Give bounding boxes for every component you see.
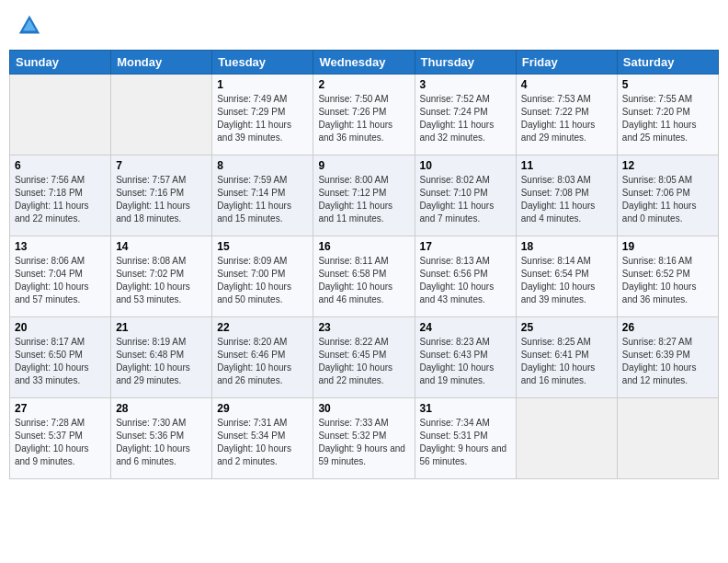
- day-info: Sunrise: 8:06 AM Sunset: 7:04 PM Dayligh…: [15, 255, 106, 306]
- day-number: 17: [420, 240, 511, 253]
- calendar-cell: 26Sunrise: 8:27 AM Sunset: 6:39 PM Dayli…: [617, 317, 718, 398]
- calendar-cell: 20Sunrise: 8:17 AM Sunset: 6:50 PM Dayli…: [10, 317, 111, 398]
- weekday-header-tuesday: Tuesday: [212, 51, 313, 75]
- day-info: Sunrise: 7:57 AM Sunset: 7:16 PM Dayligh…: [116, 174, 207, 225]
- calendar-cell: 25Sunrise: 8:25 AM Sunset: 6:41 PM Dayli…: [516, 317, 617, 398]
- calendar-cell: 7Sunrise: 7:57 AM Sunset: 7:16 PM Daylig…: [111, 155, 212, 236]
- day-number: 20: [15, 321, 106, 334]
- calendar-week-row: 20Sunrise: 8:17 AM Sunset: 6:50 PM Dayli…: [10, 317, 719, 398]
- calendar-week-row: 6Sunrise: 7:56 AM Sunset: 7:18 PM Daylig…: [10, 155, 719, 236]
- calendar-cell: 19Sunrise: 8:16 AM Sunset: 6:52 PM Dayli…: [617, 236, 718, 317]
- day-number: 7: [116, 159, 207, 172]
- day-number: 28: [116, 402, 207, 415]
- day-info: Sunrise: 8:27 AM Sunset: 6:39 PM Dayligh…: [622, 336, 713, 387]
- weekday-header-thursday: Thursday: [415, 51, 516, 75]
- calendar-cell: 1Sunrise: 7:49 AM Sunset: 7:29 PM Daylig…: [212, 75, 313, 155]
- calendar-week-row: 13Sunrise: 8:06 AM Sunset: 7:04 PM Dayli…: [10, 236, 719, 317]
- day-number: 22: [217, 321, 308, 334]
- weekday-header-row: SundayMondayTuesdayWednesdayThursdayFrid…: [10, 51, 719, 75]
- day-number: 5: [622, 78, 713, 91]
- calendar-cell: 11Sunrise: 8:03 AM Sunset: 7:08 PM Dayli…: [516, 155, 617, 236]
- calendar-cell: 22Sunrise: 8:20 AM Sunset: 6:46 PM Dayli…: [212, 317, 313, 398]
- day-number: 19: [622, 240, 713, 253]
- day-number: 25: [521, 321, 612, 334]
- day-info: Sunrise: 7:56 AM Sunset: 7:18 PM Dayligh…: [15, 174, 106, 225]
- day-info: Sunrise: 8:03 AM Sunset: 7:08 PM Dayligh…: [521, 174, 612, 225]
- calendar-cell: 10Sunrise: 8:02 AM Sunset: 7:10 PM Dayli…: [415, 155, 516, 236]
- day-number: 21: [116, 321, 207, 334]
- day-info: Sunrise: 8:17 AM Sunset: 6:50 PM Dayligh…: [15, 336, 106, 387]
- day-number: 18: [521, 240, 612, 253]
- day-number: 16: [318, 240, 409, 253]
- calendar-cell: 15Sunrise: 8:09 AM Sunset: 7:00 PM Dayli…: [212, 236, 313, 317]
- day-number: 15: [217, 240, 308, 253]
- calendar-week-row: 27Sunrise: 7:28 AM Sunset: 5:37 PM Dayli…: [10, 398, 719, 479]
- day-number: 24: [420, 321, 511, 334]
- calendar-cell: 4Sunrise: 7:53 AM Sunset: 7:22 PM Daylig…: [516, 75, 617, 155]
- day-info: Sunrise: 8:08 AM Sunset: 7:02 PM Dayligh…: [116, 255, 207, 306]
- calendar-cell: 16Sunrise: 8:11 AM Sunset: 6:58 PM Dayli…: [313, 236, 415, 317]
- day-number: 12: [622, 159, 713, 172]
- weekday-header-wednesday: Wednesday: [313, 51, 415, 75]
- day-info: Sunrise: 8:16 AM Sunset: 6:52 PM Dayligh…: [622, 255, 713, 306]
- day-number: 1: [217, 78, 308, 91]
- day-number: 2: [318, 78, 409, 91]
- day-info: Sunrise: 8:13 AM Sunset: 6:56 PM Dayligh…: [420, 255, 511, 306]
- calendar-cell: [617, 398, 718, 479]
- calendar-cell: 30Sunrise: 7:33 AM Sunset: 5:32 PM Dayli…: [313, 398, 415, 479]
- day-number: 4: [521, 78, 612, 91]
- day-info: Sunrise: 8:02 AM Sunset: 7:10 PM Dayligh…: [420, 174, 511, 225]
- day-info: Sunrise: 7:53 AM Sunset: 7:22 PM Dayligh…: [521, 93, 612, 144]
- calendar-cell: [516, 398, 617, 479]
- day-info: Sunrise: 8:00 AM Sunset: 7:12 PM Dayligh…: [318, 174, 409, 225]
- weekday-header-saturday: Saturday: [617, 51, 718, 75]
- calendar-cell: 23Sunrise: 8:22 AM Sunset: 6:45 PM Dayli…: [313, 317, 415, 398]
- day-number: 6: [15, 159, 106, 172]
- weekday-header-sunday: Sunday: [10, 51, 111, 75]
- day-number: 26: [622, 321, 713, 334]
- calendar-cell: 18Sunrise: 8:14 AM Sunset: 6:54 PM Dayli…: [516, 236, 617, 317]
- day-info: Sunrise: 8:19 AM Sunset: 6:48 PM Dayligh…: [116, 336, 207, 387]
- calendar-cell: 14Sunrise: 8:08 AM Sunset: 7:02 PM Dayli…: [111, 236, 212, 317]
- day-number: 29: [217, 402, 308, 415]
- calendar-cell: 24Sunrise: 8:23 AM Sunset: 6:43 PM Dayli…: [415, 317, 516, 398]
- day-number: 9: [318, 159, 409, 172]
- day-info: Sunrise: 7:31 AM Sunset: 5:34 PM Dayligh…: [217, 417, 308, 468]
- day-info: Sunrise: 8:09 AM Sunset: 7:00 PM Dayligh…: [217, 255, 308, 306]
- day-info: Sunrise: 7:28 AM Sunset: 5:37 PM Dayligh…: [15, 417, 106, 468]
- day-number: 10: [420, 159, 511, 172]
- calendar-cell: 2Sunrise: 7:50 AM Sunset: 7:26 PM Daylig…: [313, 75, 415, 155]
- day-info: Sunrise: 7:55 AM Sunset: 7:20 PM Dayligh…: [622, 93, 713, 144]
- logo-icon: [17, 13, 42, 39]
- logo: [17, 13, 44, 39]
- day-info: Sunrise: 8:25 AM Sunset: 6:41 PM Dayligh…: [521, 336, 612, 387]
- calendar-cell: 17Sunrise: 8:13 AM Sunset: 6:56 PM Dayli…: [415, 236, 516, 317]
- day-info: Sunrise: 8:11 AM Sunset: 6:58 PM Dayligh…: [318, 255, 409, 306]
- day-number: 3: [420, 78, 511, 91]
- calendar-cell: 8Sunrise: 7:59 AM Sunset: 7:14 PM Daylig…: [212, 155, 313, 236]
- calendar-cell: 21Sunrise: 8:19 AM Sunset: 6:48 PM Dayli…: [111, 317, 212, 398]
- calendar-cell: 6Sunrise: 7:56 AM Sunset: 7:18 PM Daylig…: [10, 155, 111, 236]
- day-number: 13: [15, 240, 106, 253]
- day-number: 30: [318, 402, 409, 415]
- calendar-cell: 27Sunrise: 7:28 AM Sunset: 5:37 PM Dayli…: [10, 398, 111, 479]
- calendar-cell: 31Sunrise: 7:34 AM Sunset: 5:31 PM Dayli…: [415, 398, 516, 479]
- day-info: Sunrise: 8:22 AM Sunset: 6:45 PM Dayligh…: [318, 336, 409, 387]
- page-header: [9, 9, 719, 42]
- day-info: Sunrise: 7:30 AM Sunset: 5:36 PM Dayligh…: [116, 417, 207, 468]
- calendar-week-row: 1Sunrise: 7:49 AM Sunset: 7:29 PM Daylig…: [10, 75, 719, 155]
- day-info: Sunrise: 8:23 AM Sunset: 6:43 PM Dayligh…: [420, 336, 511, 387]
- day-info: Sunrise: 7:52 AM Sunset: 7:24 PM Dayligh…: [420, 93, 511, 144]
- day-info: Sunrise: 8:14 AM Sunset: 6:54 PM Dayligh…: [521, 255, 612, 306]
- day-number: 31: [420, 402, 511, 415]
- calendar-cell: 13Sunrise: 8:06 AM Sunset: 7:04 PM Dayli…: [10, 236, 111, 317]
- calendar-cell: 28Sunrise: 7:30 AM Sunset: 5:36 PM Dayli…: [111, 398, 212, 479]
- calendar-cell: [111, 75, 212, 155]
- day-info: Sunrise: 7:49 AM Sunset: 7:29 PM Dayligh…: [217, 93, 308, 144]
- day-info: Sunrise: 7:34 AM Sunset: 5:31 PM Dayligh…: [420, 417, 511, 468]
- day-number: 8: [217, 159, 308, 172]
- day-number: 11: [521, 159, 612, 172]
- calendar-cell: 29Sunrise: 7:31 AM Sunset: 5:34 PM Dayli…: [212, 398, 313, 479]
- day-info: Sunrise: 8:05 AM Sunset: 7:06 PM Dayligh…: [622, 174, 713, 225]
- weekday-header-monday: Monday: [111, 51, 212, 75]
